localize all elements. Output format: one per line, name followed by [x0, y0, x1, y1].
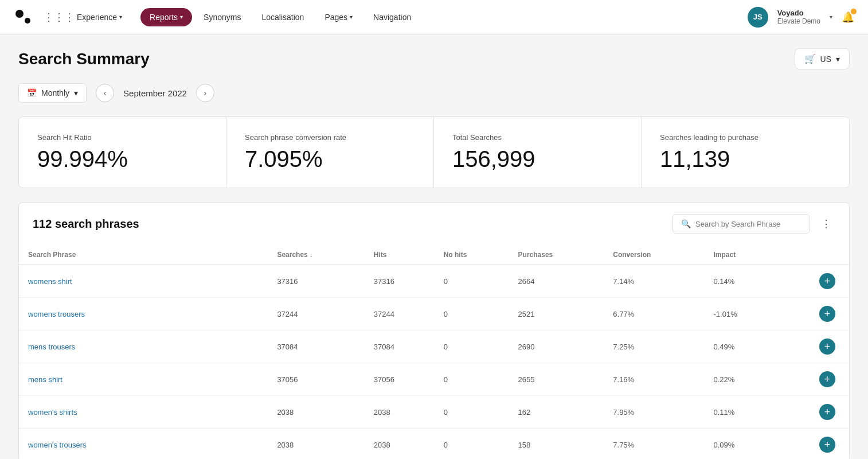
stat-label-1: Search phrase conversion rate — [245, 133, 415, 142]
prev-date-button[interactable]: ‹ — [96, 84, 114, 102]
grid-icon[interactable]: ⋮⋮⋮ — [44, 11, 75, 24]
cell-impact-0: 0.14% — [705, 265, 780, 298]
cell-searches-3: 37056 — [268, 363, 364, 396]
stat-value-0: 99.994% — [37, 146, 208, 172]
table-controls: 🔍 ⋮ — [672, 214, 835, 234]
add-button-5[interactable]: + — [819, 437, 835, 453]
region-label: US — [820, 55, 831, 64]
cell-phrase-0[interactable]: womens shirt — [19, 265, 268, 298]
experience-dropdown[interactable]: Experience ▾ — [77, 13, 122, 22]
cart-icon: 🛒 — [804, 53, 816, 64]
cell-conversion-2: 7.25% — [604, 330, 704, 363]
cell-phrase-4[interactable]: women's shirts — [19, 396, 268, 429]
pages-chevron-icon: ▾ — [350, 14, 353, 20]
cell-phrase-3[interactable]: mens shirt — [19, 363, 268, 396]
cell-nohits-1: 0 — [435, 298, 509, 330]
cell-impact-2: 0.49% — [705, 330, 780, 363]
cell-action-0: + — [779, 265, 849, 298]
experience-label: Experience — [77, 13, 117, 22]
page-title: Search Summary — [18, 50, 150, 68]
nav-item-reports[interactable]: Reports ▾ — [140, 8, 192, 26]
add-button-0[interactable]: + — [819, 273, 835, 289]
cell-nohits-5: 0 — [435, 429, 509, 460]
cell-hits-2: 37084 — [365, 330, 435, 363]
filters-bar: 📅 Monthly ▾ ‹ September 2022 › — [18, 83, 850, 103]
cell-purchases-2: 2690 — [509, 330, 604, 363]
cell-impact-4: 0.11% — [705, 396, 780, 429]
table-title: 112 search phrases — [33, 217, 139, 231]
add-button-2[interactable]: + — [819, 339, 835, 355]
cell-hits-5: 2038 — [365, 429, 435, 460]
search-box[interactable]: 🔍 — [672, 214, 810, 234]
nav-item-navigation[interactable]: Navigation — [364, 8, 420, 26]
add-button-1[interactable]: + — [819, 306, 835, 322]
period-label: Monthly — [41, 88, 69, 98]
cell-nohits-3: 0 — [435, 363, 509, 396]
cell-purchases-1: 2521 — [509, 298, 604, 330]
table-row: womens trousers 37244 37244 0 2521 6.77%… — [19, 298, 849, 330]
cell-phrase-5[interactable]: women's trousers — [19, 429, 268, 460]
cell-conversion-1: 6.77% — [604, 298, 704, 330]
search-input[interactable] — [695, 220, 801, 228]
cell-action-4: + — [779, 396, 849, 429]
cell-searches-1: 37244 — [268, 298, 364, 330]
stat-value-1: 7.095% — [245, 146, 415, 172]
cell-nohits-2: 0 — [435, 330, 509, 363]
user-info: Voyado Elevate Demo — [777, 9, 820, 25]
region-selector[interactable]: 🛒 US ▾ — [795, 48, 850, 69]
cell-nohits-0: 0 — [435, 265, 509, 298]
stat-total-searches: Total Searches 156,999 — [434, 117, 642, 188]
cell-action-1: + — [779, 298, 849, 330]
cell-action-2: + — [779, 330, 849, 363]
cell-purchases-0: 2664 — [509, 265, 604, 298]
cell-impact-5: 0.09% — [705, 429, 780, 460]
cell-phrase-2[interactable]: mens trousers — [19, 330, 268, 363]
add-button-4[interactable]: + — [819, 404, 835, 420]
add-button-3[interactable]: + — [819, 371, 835, 387]
search-icon: 🔍 — [681, 219, 691, 228]
date-label: September 2022 — [123, 88, 187, 98]
cell-conversion-4: 7.95% — [604, 396, 704, 429]
stat-value-2: 156,999 — [452, 146, 623, 172]
page-header: Search Summary 🛒 US ▾ — [18, 48, 850, 69]
next-date-button[interactable]: › — [196, 84, 214, 102]
col-header-action — [779, 245, 849, 265]
cell-hits-1: 37244 — [365, 298, 435, 330]
avatar: JS — [748, 7, 768, 28]
cell-searches-0: 37316 — [268, 265, 364, 298]
cell-action-5: + — [779, 429, 849, 460]
more-options-button[interactable]: ⋮ — [817, 215, 835, 233]
col-header-searches: Searches ↓ — [268, 245, 364, 265]
cell-searches-4: 2038 — [268, 396, 364, 429]
cell-conversion-0: 7.14% — [604, 265, 704, 298]
cell-phrase-1[interactable]: womens trousers — [19, 298, 268, 330]
col-header-conversion: Conversion — [604, 245, 704, 265]
bell-container[interactable]: 🔔 — [842, 11, 854, 24]
nav-item-synonyms[interactable]: Synonyms — [194, 8, 250, 26]
period-dropdown[interactable]: 📅 Monthly ▾ — [18, 83, 87, 103]
user-chevron-icon[interactable]: ▾ — [830, 14, 832, 20]
nav-item-localisation[interactable]: Localisation — [252, 8, 313, 26]
cell-conversion-5: 7.75% — [604, 429, 704, 460]
sort-arrow-icon: ↓ — [310, 251, 313, 258]
col-header-phrase: Search Phrase — [19, 245, 268, 265]
table-header-row: Search Phrase Searches ↓ Hits No hits Pu… — [19, 245, 849, 265]
stat-label-2: Total Searches — [452, 133, 623, 142]
prev-arrow-icon: ‹ — [104, 88, 107, 98]
cell-searches-5: 2038 — [268, 429, 364, 460]
cell-impact-3: 0.22% — [705, 363, 780, 396]
table-row: mens shirt 37056 37056 0 2655 7.16% 0.22… — [19, 363, 849, 396]
stat-value-3: 11,139 — [660, 146, 831, 172]
cell-purchases-4: 162 — [509, 396, 604, 429]
cell-searches-2: 37084 — [268, 330, 364, 363]
table-row: women's shirts 2038 2038 0 162 7.95% 0.1… — [19, 396, 849, 429]
page-content: Search Summary 🛒 US ▾ 📅 Monthly ▾ ‹ Sept… — [0, 34, 868, 459]
stat-leading-to-purchase: Searches leading to purchase 11,139 — [642, 117, 849, 188]
nav-item-pages[interactable]: Pages ▾ — [315, 8, 362, 26]
col-header-impact: Impact — [705, 245, 780, 265]
search-phrases-table: Search Phrase Searches ↓ Hits No hits Pu… — [19, 245, 849, 459]
stat-label-0: Search Hit Ratio — [37, 133, 208, 142]
logo[interactable] — [14, 7, 34, 28]
table-row: womens shirt 37316 37316 0 2664 7.14% 0.… — [19, 265, 849, 298]
main-header: ⋮⋮⋮ Experience ▾ Reports ▾ Synonyms Loca… — [0, 0, 868, 34]
